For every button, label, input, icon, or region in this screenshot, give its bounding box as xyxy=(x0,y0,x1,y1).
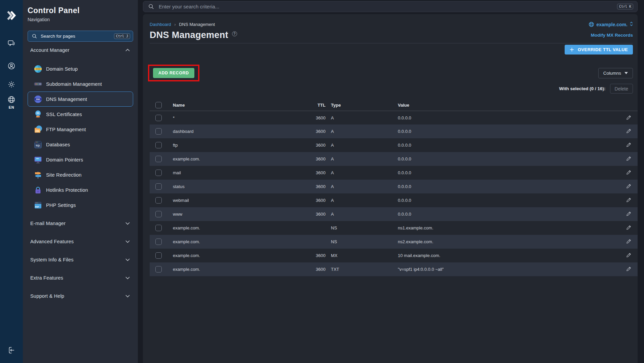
edit-record-button[interactable] xyxy=(626,211,632,217)
sidebar-item-site-redirection[interactable]: Site Redirection xyxy=(28,167,133,182)
record-ttl: 3600 xyxy=(303,152,326,166)
record-name: mail xyxy=(170,166,303,180)
column-header-type[interactable]: Type xyxy=(326,100,398,111)
sidebar-search-input[interactable]: Search for pages Ctrl J xyxy=(28,31,133,42)
row-checkbox[interactable] xyxy=(155,252,162,259)
record-value: 0.0.0.0 xyxy=(398,138,622,152)
record-ttl: 3600 xyxy=(303,193,326,207)
override-ttl-button[interactable]: OVERRIDE TTL VALUE xyxy=(565,45,633,55)
php-settings-icon: PHP xyxy=(34,201,42,210)
messages-icon[interactable] xyxy=(6,39,16,48)
sidebar-section-e-mail-manager[interactable]: E-mail Manager xyxy=(28,216,133,231)
dns-management-icon: DNS xyxy=(34,95,42,104)
logout-icon[interactable] xyxy=(6,346,16,355)
breadcrumb-current: DNS Management xyxy=(179,22,215,27)
column-header-ttl[interactable]: TTL xyxy=(303,100,326,111)
record-ttl: 3600 xyxy=(303,180,326,193)
domain-selector[interactable]: example.com. xyxy=(589,22,633,27)
table-row: example.com.3600MX10 mail.example.com. xyxy=(150,249,638,262)
sidebar-item-domain-pointers[interactable]: Domain Pointers xyxy=(28,152,133,167)
row-checkbox[interactable] xyxy=(155,170,162,176)
record-ttl xyxy=(303,235,326,249)
search-icon xyxy=(148,4,154,9)
edit-record-button[interactable] xyxy=(626,156,632,162)
add-record-button[interactable]: ADD RECORD xyxy=(153,68,194,78)
globe-icon xyxy=(589,22,594,27)
chevron-down-icon xyxy=(125,295,130,297)
sidebar-item-databases[interactable]: SQLDatabases xyxy=(28,137,133,152)
edit-record-button[interactable] xyxy=(626,142,632,148)
row-checkbox[interactable] xyxy=(155,128,162,135)
svg-text:DNS: DNS xyxy=(36,98,40,100)
edit-record-button[interactable] xyxy=(626,170,632,176)
breadcrumb-separator: › xyxy=(174,22,176,27)
domain-selector-chevrons-icon xyxy=(630,22,633,27)
icon-rail: EN xyxy=(0,0,23,363)
domain-pointers-icon xyxy=(34,155,42,164)
row-checkbox[interactable] xyxy=(155,266,162,273)
svg-text:WWW: WWW xyxy=(36,68,40,70)
sidebar-section-system-info-files[interactable]: System Info & Files xyxy=(28,252,133,267)
global-search-placeholder: Enter your search criteria... xyxy=(159,4,617,9)
sidebar-item-php-settings[interactable]: PHPPHP Settings xyxy=(28,197,133,213)
sidebar-item-ssl-certificates[interactable]: SSLSSL Certificates xyxy=(28,107,133,122)
sidebar-item-ftp-management[interactable]: FTPFTP Management xyxy=(28,122,133,137)
column-header-name[interactable]: Name xyxy=(170,100,303,111)
edit-record-button[interactable] xyxy=(626,225,632,231)
row-checkbox[interactable] xyxy=(155,211,162,217)
delete-selected-button[interactable]: Delete xyxy=(610,84,633,94)
edit-record-button[interactable] xyxy=(626,128,632,135)
record-name: www xyxy=(170,207,303,221)
table-row: *3600A0.0.0.0 xyxy=(150,111,638,124)
edit-record-button[interactable] xyxy=(626,197,632,204)
record-ttl: 3600 xyxy=(303,262,326,276)
language-label[interactable]: EN xyxy=(9,105,14,109)
record-name: * xyxy=(170,111,303,124)
edit-record-button[interactable] xyxy=(626,239,632,245)
breadcrumb-dashboard-link[interactable]: Dashboard xyxy=(150,22,171,27)
app-logo-icon[interactable] xyxy=(5,9,17,22)
column-header-value[interactable]: Value xyxy=(398,100,622,111)
edit-record-button[interactable] xyxy=(626,115,632,121)
sidebar-section-account-manager[interactable]: Account Manager xyxy=(28,43,133,58)
sidebar-item-label: SSL Certificates xyxy=(46,112,82,117)
panel-title: Control Panel xyxy=(28,6,133,15)
record-ttl: 3600 xyxy=(303,138,326,152)
edit-record-button[interactable] xyxy=(626,266,632,273)
sidebar-section-extra-features[interactable]: Extra Features xyxy=(28,270,133,285)
record-type: A xyxy=(326,193,398,207)
global-search-input[interactable]: Enter your search criteria... Ctrl K xyxy=(143,1,638,12)
chevron-down-icon xyxy=(125,222,130,225)
columns-dropdown-button[interactable]: Columns xyxy=(598,68,633,78)
section-label: E-mail Manager xyxy=(30,221,66,226)
language-globe-icon[interactable] xyxy=(6,95,16,104)
help-icon[interactable]: ? xyxy=(232,31,237,36)
sidebar-search-shortcut: Ctrl J xyxy=(114,33,130,39)
edit-record-button[interactable] xyxy=(626,183,632,190)
row-checkbox[interactable] xyxy=(155,156,162,162)
sidebar-item-dns-management[interactable]: DNSDNS Management xyxy=(28,92,133,107)
sidebar-section-advanced-features[interactable]: Advanced Features xyxy=(28,234,133,249)
sidebar-item-subdomain-management[interactable]: Subdomain Management xyxy=(28,76,133,92)
record-value: 0.0.0.0 xyxy=(398,111,622,124)
table-row: www3600A0.0.0.0 xyxy=(150,207,638,221)
account-icon[interactable] xyxy=(6,62,16,70)
global-search-shortcut: Ctrl K xyxy=(617,4,633,9)
row-checkbox[interactable] xyxy=(155,239,162,245)
sidebar-section-support-help[interactable]: Support & Help xyxy=(28,289,133,303)
row-checkbox[interactable] xyxy=(155,197,162,204)
record-value: 0.0.0.0 xyxy=(398,207,622,221)
row-checkbox[interactable] xyxy=(155,225,162,231)
databases-icon: SQL xyxy=(34,140,42,149)
sidebar-item-domain-setup[interactable]: WWWDomain Setup xyxy=(28,61,133,76)
section-label: Support & Help xyxy=(30,293,64,299)
row-checkbox[interactable] xyxy=(155,183,162,190)
modify-mx-records-link[interactable]: Modify MX Records xyxy=(591,33,633,38)
record-value: "v=spf1 ip4:0.0.0.0 ~all" xyxy=(398,262,622,276)
row-checkbox[interactable] xyxy=(155,142,162,148)
settings-icon[interactable] xyxy=(6,80,16,89)
select-all-checkbox[interactable] xyxy=(155,102,162,108)
edit-record-button[interactable] xyxy=(626,252,632,259)
row-checkbox[interactable] xyxy=(155,115,162,121)
sidebar-item-hotlinks-protection[interactable]: Hotlinks Protection xyxy=(28,182,133,197)
